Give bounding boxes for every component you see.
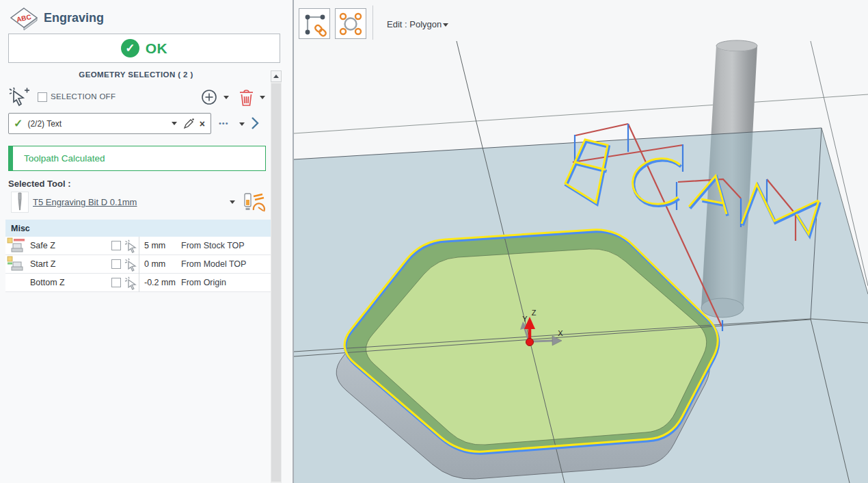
z-axis-label: Z [532,309,537,317]
panel-scrollbar[interactable] [271,70,282,483]
point-pattern-button[interactable] [335,8,366,39]
status-text: Toolpath Calculated [13,153,105,164]
scrollbar-thumb[interactable] [271,83,281,482]
engraving-bit-icon [11,192,29,213]
table-row-bottom-z[interactable]: Bottom Z -0.2 mm From Origin [5,274,271,292]
misc-table: Safe Z 5 mm From Stock TOP Start Z [5,237,271,292]
start-z-pick-icon[interactable] [124,258,138,272]
table-row-safe-z[interactable]: Safe Z 5 mm From Stock TOP [5,237,271,255]
ok-label: OK [146,40,168,57]
edit-tool-feeds-icon[interactable] [243,192,265,213]
ok-check-icon: ✓ [121,39,139,57]
expand-section-chevron-icon[interactable] [250,116,259,130]
x-axis-label: X [558,329,563,337]
start-z-icon [7,256,26,273]
safe-z-checkbox[interactable] [111,241,121,250]
misc-section-header: Misc [5,220,271,237]
ok-button[interactable]: ✓ OK [8,34,280,63]
toolpath-status: Toolpath Calculated [8,146,266,171]
chain-link-icon [301,11,327,37]
add-geometry-icon[interactable] [201,89,217,105]
edit-mode-label[interactable]: Edit : Polygon [387,19,442,29]
edit-mode-caret[interactable] [443,23,448,27]
toolbar-divider [372,5,373,40]
selection-off-checkbox[interactable] [38,92,47,102]
selection-row: SELECTION OFF [0,87,272,109]
page-title: Engraving [44,11,104,25]
geometry-more-icon[interactable]: ••• [219,119,229,127]
safe-z-icon [7,237,26,254]
geometry-combo-value: (2/2) Text [27,119,171,129]
bottom-z-pick-icon[interactable] [124,276,138,290]
delete-dropdown-caret[interactable] [260,96,265,99]
scene-canvas[interactable]: Y Z X [294,0,868,483]
clear-geometry-icon[interactable]: × [200,118,205,129]
chain-selection-button[interactable] [299,8,330,39]
geometry-more-caret[interactable] [239,122,245,126]
selected-tool-label: Selected Tool : [8,179,71,189]
selection-off-label: SELECTION OFF [51,92,116,101]
geometry-valid-check-icon: ✓ [14,117,23,130]
engraving-panel: ABC Engraving ✓ OK GEOMETRY SELECTION ( … [0,0,293,483]
geometry-selection-header: GEOMETRY SELECTION ( 2 ) [0,70,272,79]
pick-geometry-pencil-icon[interactable] [184,118,194,129]
geometry-combo[interactable]: ✓ (2/2) Text × [8,113,211,134]
add-dropdown-caret[interactable] [223,96,229,99]
table-row-start-z[interactable]: Start Z 0 mm From Model TOP [5,255,271,274]
tool-dropdown-caret[interactable] [230,200,235,204]
safe-z-pick-icon[interactable] [124,239,138,253]
geometry-combo-caret[interactable] [172,122,177,125]
select-geometry-icon[interactable] [8,87,30,109]
y-axis-label: Y [522,315,528,323]
tool-name-link[interactable]: T5 Engraving Bit D 0.1mm [33,197,137,207]
point-pattern-icon [338,11,364,37]
delete-geometry-icon[interactable] [239,88,254,107]
scrollbar-up-button[interactable] [271,70,282,82]
engraving-icon: ABC [10,7,40,33]
start-z-checkbox[interactable] [111,259,121,269]
bottom-z-checkbox[interactable] [111,278,121,287]
3d-viewport[interactable]: Y Z X Edit : Polygon [294,0,868,483]
